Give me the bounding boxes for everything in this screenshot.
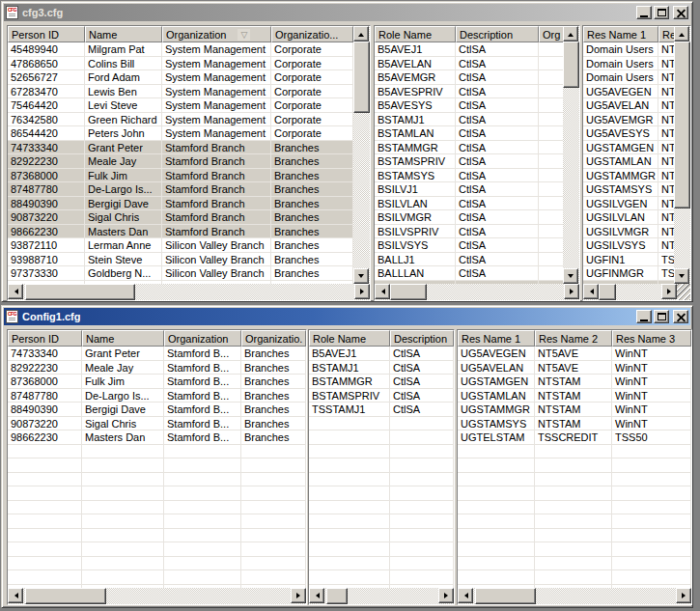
empty-row[interactable] (458, 486, 691, 501)
column-header-org[interactable]: Org (539, 26, 563, 42)
empty-row[interactable] (309, 570, 454, 585)
table-row[interactable]: 76342580Green RichardSystem ManagementCo… (8, 113, 353, 127)
horizontal-scrollbar[interactable] (583, 284, 677, 300)
vertical-scroll-thumb[interactable] (353, 42, 370, 113)
empty-row[interactable] (458, 570, 691, 585)
empty-row[interactable] (309, 430, 454, 445)
column-header-organizatio[interactable]: Organizatio. (241, 330, 306, 347)
scroll-right-button[interactable] (661, 284, 677, 299)
empty-row[interactable] (8, 473, 306, 487)
empty-row[interactable] (309, 501, 454, 515)
empty-row[interactable] (309, 486, 454, 501)
table-row[interactable]: B5AVELANCtlSA (375, 57, 563, 71)
column-header-name[interactable]: Name (82, 330, 164, 347)
minimize-button[interactable] (636, 6, 652, 19)
table-row[interactable]: UG5AVESYSNT5 (583, 126, 674, 141)
column-header-organization[interactable]: Organization (164, 330, 241, 347)
vertical-scrollbar[interactable] (353, 26, 370, 284)
table-row[interactable]: BSILVMGRCtlSA (375, 210, 563, 225)
column-header-description[interactable]: Description (456, 26, 539, 42)
horizontal-scrollbar[interactable] (375, 284, 579, 300)
empty-row[interactable] (8, 514, 306, 529)
empty-row[interactable] (458, 542, 691, 557)
table-row[interactable]: 87368000Fulk JimStamford BranchBranches (8, 169, 353, 183)
vertical-scrollbar[interactable] (563, 26, 579, 284)
scroll-up-button[interactable] (563, 26, 578, 42)
column-header-person-id[interactable]: Person ID (8, 330, 82, 347)
table-row[interactable]: UGSTAMSYSNTSTAMWinNT (458, 417, 691, 431)
table-row[interactable]: UGTELSTAMTSSCREDITTSS50 (458, 430, 691, 445)
table-row[interactable]: TSSTAMJ1CtlSA (309, 403, 454, 417)
table-row[interactable]: BSILVJ1CtlSA (375, 182, 563, 197)
table-row[interactable]: 74733340Grant PeterStamford BranchBranch… (8, 141, 353, 155)
table-row[interactable]: 87368000Fulk JimStamford B...Branches (8, 375, 306, 389)
table-row[interactable]: B5AVEJ1CtlSA (375, 42, 563, 57)
table-row[interactable]: B5AVESPRIVCtlSA (375, 85, 563, 99)
empty-row[interactable] (309, 458, 454, 473)
horizontal-scroll-thumb[interactable] (25, 284, 135, 300)
table-row[interactable]: 82922230Meale JayStamford B...Branches (8, 361, 306, 375)
table-row[interactable]: 88490390Bergigi DaveStamford B...Branche… (8, 403, 306, 417)
scroll-left-button[interactable] (375, 284, 390, 299)
resize-grip[interactable] (677, 284, 690, 300)
table-row[interactable]: Domain UsersNTS (583, 57, 674, 71)
table-row[interactable]: 90873220Sigal ChrisStamford B...Branches (8, 417, 306, 431)
empty-row[interactable] (309, 542, 454, 557)
table-row[interactable]: BSTAMMGRCtlSA (375, 141, 563, 155)
horizontal-scrollbar[interactable] (8, 588, 306, 604)
column-header-res-name-2[interactable]: Res Name 2 (535, 330, 612, 347)
table-row[interactable]: UGSTAMGENNTS (583, 141, 674, 155)
empty-row[interactable] (458, 458, 691, 473)
maximize-button[interactable] (654, 6, 669, 19)
empty-row[interactable] (309, 445, 454, 459)
empty-row[interactable] (309, 473, 454, 487)
table-row[interactable]: BSTAMSYSCtlSA (375, 169, 563, 183)
scroll-down-button[interactable] (353, 268, 369, 284)
scroll-down-button[interactable] (674, 268, 689, 284)
table-row[interactable]: UGFIN1TSS (583, 253, 674, 267)
table-row[interactable]: 82922230Meale JayStamford BranchBranches (8, 154, 353, 169)
table-row[interactable]: BALLJ1CtlSA (375, 253, 563, 267)
empty-row[interactable] (309, 557, 454, 571)
table-row[interactable]: UGSTAMLANNTSTAMWinNT (458, 389, 691, 403)
column-header-role-name[interactable]: Role Name (309, 330, 390, 347)
empty-row[interactable] (458, 501, 691, 515)
table-row[interactable]: 97373330Goldberg N...Silicon Valley Bran… (8, 266, 353, 281)
table-row[interactable]: BSTAMLANCtlSA (375, 126, 563, 141)
table-row[interactable]: 52656727Ford AdamSystem ManagementCorpor… (8, 70, 353, 85)
horizontal-scrollbar[interactable] (309, 588, 454, 604)
table-row[interactable]: BALLLANCtlSA (375, 266, 563, 281)
close-button[interactable] (673, 310, 688, 323)
table-row[interactable]: UGSILVMGRNTS (583, 225, 674, 239)
scroll-left-button[interactable] (8, 284, 23, 299)
empty-row[interactable] (458, 445, 691, 459)
scroll-left-button[interactable] (309, 588, 324, 603)
empty-row[interactable] (458, 514, 691, 529)
table-row[interactable]: 93872110Lerman AnneSilicon Valley Branch… (8, 238, 353, 253)
table-row[interactable]: 47868650Colins BillSystem ManagementCorp… (8, 57, 353, 71)
empty-row[interactable] (8, 570, 306, 585)
table-row[interactable]: UGSTAMSYSNTS (583, 182, 674, 197)
titlebar[interactable]: CFG cfg3.cfg (4, 4, 690, 21)
empty-row[interactable] (8, 529, 306, 543)
scroll-up-button[interactable] (674, 26, 689, 42)
horizontal-scrollbar[interactable] (8, 284, 370, 300)
table-row[interactable]: 93988710Stein SteveSilicon Valley Branch… (8, 253, 353, 267)
column-header-description[interactable]: Description (390, 330, 454, 347)
table-row[interactable]: 75464420Levi SteveSystem ManagementCorpo… (8, 98, 353, 113)
table-row[interactable]: 87487780De-Largo Is...Stamford BranchBra… (8, 182, 353, 197)
table-row[interactable]: UG5AVEMGRNT5 (583, 113, 674, 127)
table-row[interactable]: BSILVSYSCtlSA (375, 238, 563, 253)
vertical-scroll-thumb[interactable] (674, 42, 690, 208)
table-row[interactable]: Domain UsersNT5 (583, 42, 674, 57)
table-row[interactable]: 90873220Sigal ChrisStamford BranchBranch… (8, 210, 353, 225)
column-header-res[interactable]: Res (658, 26, 674, 42)
vertical-scrollbar[interactable] (674, 26, 690, 284)
table-row[interactable]: 74733340Grant PeterStamford B...Branches (8, 347, 306, 361)
table-row[interactable]: B5AVESYSCtlSA (375, 98, 563, 113)
empty-row[interactable] (309, 529, 454, 543)
scroll-right-button[interactable] (564, 284, 579, 299)
table-row[interactable]: B5AVEJ1CtlSA (309, 347, 454, 361)
table-row[interactable]: UGFINMGRTSS (583, 266, 674, 281)
table-row[interactable]: UGSILVGENNTS (583, 197, 674, 211)
